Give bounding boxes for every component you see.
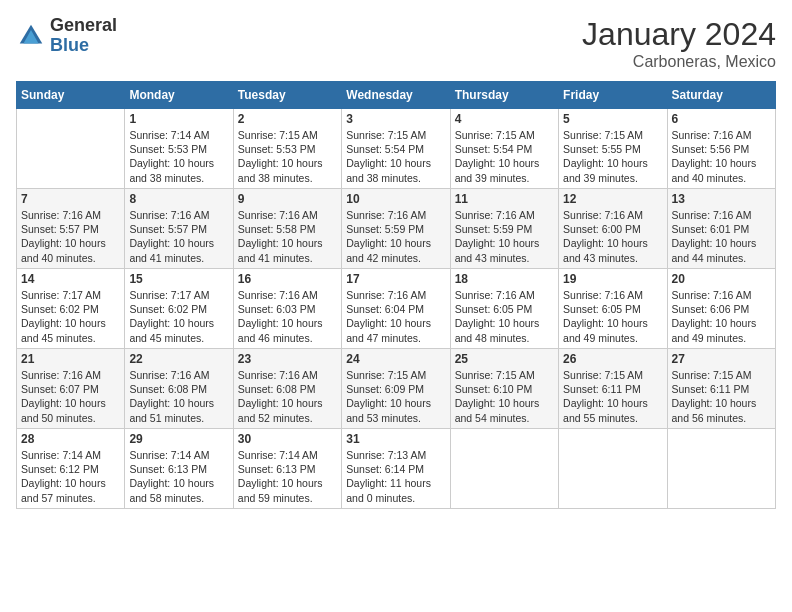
day-number: 25 [455,352,554,366]
day-number: 6 [672,112,771,126]
day-number: 23 [238,352,337,366]
day-number: 30 [238,432,337,446]
day-info: Sunrise: 7:14 AM Sunset: 5:53 PM Dayligh… [129,128,228,185]
calendar-cell: 26Sunrise: 7:15 AM Sunset: 6:11 PM Dayli… [559,349,667,429]
calendar-cell: 7Sunrise: 7:16 AM Sunset: 5:57 PM Daylig… [17,189,125,269]
calendar-cell: 13Sunrise: 7:16 AM Sunset: 6:01 PM Dayli… [667,189,775,269]
day-info: Sunrise: 7:16 AM Sunset: 6:04 PM Dayligh… [346,288,445,345]
day-info: Sunrise: 7:15 AM Sunset: 5:54 PM Dayligh… [346,128,445,185]
day-number: 3 [346,112,445,126]
calendar-cell: 19Sunrise: 7:16 AM Sunset: 6:05 PM Dayli… [559,269,667,349]
calendar-cell: 12Sunrise: 7:16 AM Sunset: 6:00 PM Dayli… [559,189,667,269]
calendar-cell: 16Sunrise: 7:16 AM Sunset: 6:03 PM Dayli… [233,269,341,349]
logo-blue: Blue [50,36,117,56]
day-number: 29 [129,432,228,446]
calendar-cell: 3Sunrise: 7:15 AM Sunset: 5:54 PM Daylig… [342,109,450,189]
day-number: 5 [563,112,662,126]
col-header-sunday: Sunday [17,82,125,109]
calendar-week-row: 14Sunrise: 7:17 AM Sunset: 6:02 PM Dayli… [17,269,776,349]
day-info: Sunrise: 7:13 AM Sunset: 6:14 PM Dayligh… [346,448,445,505]
calendar-cell: 20Sunrise: 7:16 AM Sunset: 6:06 PM Dayli… [667,269,775,349]
day-number: 11 [455,192,554,206]
day-number: 9 [238,192,337,206]
day-info: Sunrise: 7:16 AM Sunset: 6:06 PM Dayligh… [672,288,771,345]
calendar-cell: 5Sunrise: 7:15 AM Sunset: 5:55 PM Daylig… [559,109,667,189]
day-info: Sunrise: 7:15 AM Sunset: 6:10 PM Dayligh… [455,368,554,425]
day-info: Sunrise: 7:16 AM Sunset: 5:59 PM Dayligh… [455,208,554,265]
day-info: Sunrise: 7:15 AM Sunset: 5:55 PM Dayligh… [563,128,662,185]
day-number: 4 [455,112,554,126]
logo-icon [16,21,46,51]
day-info: Sunrise: 7:16 AM Sunset: 6:00 PM Dayligh… [563,208,662,265]
day-number: 1 [129,112,228,126]
day-info: Sunrise: 7:14 AM Sunset: 6:13 PM Dayligh… [129,448,228,505]
day-info: Sunrise: 7:15 AM Sunset: 5:53 PM Dayligh… [238,128,337,185]
calendar-cell: 29Sunrise: 7:14 AM Sunset: 6:13 PM Dayli… [125,429,233,509]
calendar-week-row: 7Sunrise: 7:16 AM Sunset: 5:57 PM Daylig… [17,189,776,269]
calendar-cell: 11Sunrise: 7:16 AM Sunset: 5:59 PM Dayli… [450,189,558,269]
calendar-cell: 8Sunrise: 7:16 AM Sunset: 5:57 PM Daylig… [125,189,233,269]
calendar-cell: 28Sunrise: 7:14 AM Sunset: 6:12 PM Dayli… [17,429,125,509]
day-info: Sunrise: 7:15 AM Sunset: 6:11 PM Dayligh… [672,368,771,425]
day-number: 7 [21,192,120,206]
day-info: Sunrise: 7:14 AM Sunset: 6:12 PM Dayligh… [21,448,120,505]
calendar-cell: 25Sunrise: 7:15 AM Sunset: 6:10 PM Dayli… [450,349,558,429]
day-number: 24 [346,352,445,366]
col-header-tuesday: Tuesday [233,82,341,109]
day-info: Sunrise: 7:16 AM Sunset: 5:56 PM Dayligh… [672,128,771,185]
calendar-cell: 17Sunrise: 7:16 AM Sunset: 6:04 PM Dayli… [342,269,450,349]
col-header-wednesday: Wednesday [342,82,450,109]
day-number: 16 [238,272,337,286]
day-info: Sunrise: 7:16 AM Sunset: 6:05 PM Dayligh… [455,288,554,345]
calendar-cell: 10Sunrise: 7:16 AM Sunset: 5:59 PM Dayli… [342,189,450,269]
location-title: Carboneras, Mexico [582,53,776,71]
calendar-cell: 27Sunrise: 7:15 AM Sunset: 6:11 PM Dayli… [667,349,775,429]
day-number: 17 [346,272,445,286]
calendar-table: SundayMondayTuesdayWednesdayThursdayFrid… [16,81,776,509]
day-info: Sunrise: 7:16 AM Sunset: 5:57 PM Dayligh… [129,208,228,265]
calendar-cell: 23Sunrise: 7:16 AM Sunset: 6:08 PM Dayli… [233,349,341,429]
day-number: 14 [21,272,120,286]
day-info: Sunrise: 7:16 AM Sunset: 5:57 PM Dayligh… [21,208,120,265]
day-info: Sunrise: 7:16 AM Sunset: 5:59 PM Dayligh… [346,208,445,265]
day-info: Sunrise: 7:14 AM Sunset: 6:13 PM Dayligh… [238,448,337,505]
day-info: Sunrise: 7:15 AM Sunset: 5:54 PM Dayligh… [455,128,554,185]
calendar-cell: 4Sunrise: 7:15 AM Sunset: 5:54 PM Daylig… [450,109,558,189]
day-info: Sunrise: 7:16 AM Sunset: 5:58 PM Dayligh… [238,208,337,265]
calendar-week-row: 21Sunrise: 7:16 AM Sunset: 6:07 PM Dayli… [17,349,776,429]
calendar-cell: 31Sunrise: 7:13 AM Sunset: 6:14 PM Dayli… [342,429,450,509]
day-number: 21 [21,352,120,366]
title-block: January 2024 Carboneras, Mexico [582,16,776,71]
day-number: 8 [129,192,228,206]
day-info: Sunrise: 7:16 AM Sunset: 6:08 PM Dayligh… [238,368,337,425]
calendar-cell [17,109,125,189]
calendar-cell [559,429,667,509]
day-info: Sunrise: 7:15 AM Sunset: 6:11 PM Dayligh… [563,368,662,425]
month-title: January 2024 [582,16,776,53]
calendar-cell: 2Sunrise: 7:15 AM Sunset: 5:53 PM Daylig… [233,109,341,189]
day-number: 31 [346,432,445,446]
calendar-cell: 14Sunrise: 7:17 AM Sunset: 6:02 PM Dayli… [17,269,125,349]
day-number: 22 [129,352,228,366]
day-number: 27 [672,352,771,366]
calendar-cell: 9Sunrise: 7:16 AM Sunset: 5:58 PM Daylig… [233,189,341,269]
col-header-thursday: Thursday [450,82,558,109]
calendar-cell: 6Sunrise: 7:16 AM Sunset: 5:56 PM Daylig… [667,109,775,189]
calendar-cell: 1Sunrise: 7:14 AM Sunset: 5:53 PM Daylig… [125,109,233,189]
calendar-week-row: 28Sunrise: 7:14 AM Sunset: 6:12 PM Dayli… [17,429,776,509]
calendar-cell: 21Sunrise: 7:16 AM Sunset: 6:07 PM Dayli… [17,349,125,429]
day-number: 13 [672,192,771,206]
day-number: 28 [21,432,120,446]
day-info: Sunrise: 7:16 AM Sunset: 6:08 PM Dayligh… [129,368,228,425]
calendar-week-row: 1Sunrise: 7:14 AM Sunset: 5:53 PM Daylig… [17,109,776,189]
day-number: 19 [563,272,662,286]
day-info: Sunrise: 7:16 AM Sunset: 6:05 PM Dayligh… [563,288,662,345]
page-header: General Blue January 2024 Carboneras, Me… [16,16,776,71]
calendar-cell: 15Sunrise: 7:17 AM Sunset: 6:02 PM Dayli… [125,269,233,349]
day-number: 18 [455,272,554,286]
calendar-header-row: SundayMondayTuesdayWednesdayThursdayFrid… [17,82,776,109]
logo: General Blue [16,16,117,56]
day-number: 10 [346,192,445,206]
col-header-saturday: Saturday [667,82,775,109]
col-header-monday: Monday [125,82,233,109]
